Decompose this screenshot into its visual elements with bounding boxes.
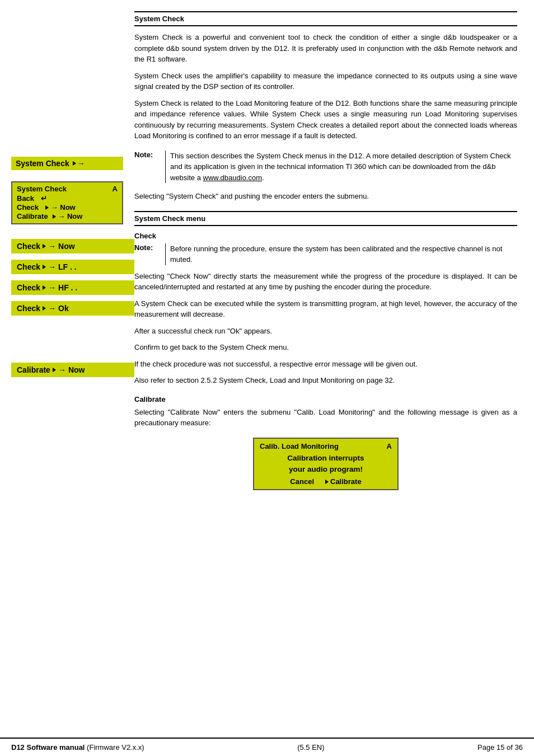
arrow-right-icon xyxy=(73,161,76,166)
check-box-lf-arrow: → xyxy=(48,262,56,271)
check-arrow: → Now xyxy=(45,203,76,212)
section1-p3: System Check is related to the Load Moni… xyxy=(134,98,517,142)
check-box-lf-value: LF . . xyxy=(58,262,77,271)
calib-calibrate-action: Calibrate xyxy=(325,477,362,486)
nav-arrows: → xyxy=(73,159,85,168)
check-note-label: Note: xyxy=(134,243,165,265)
check-p1: Selecting "Check Now" directly starts th… xyxy=(134,271,517,293)
check-box-now-label: Check xyxy=(17,242,40,251)
selecting-p: Selecting "System Check" and pushing the… xyxy=(134,191,517,202)
check-box-ok-icon xyxy=(43,306,46,311)
note-label: Note: xyxy=(134,151,165,184)
check-p3: After a successful check run "Ok" appear… xyxy=(134,326,517,337)
check-note-content: Before running the procedure, ensure the… xyxy=(165,243,517,265)
page: System Check → System Check A Back ↵ xyxy=(0,0,534,756)
system-check-nav-text: System Check xyxy=(16,159,69,168)
calib-load-body: Calibration interrupts your audio progra… xyxy=(260,453,392,476)
check-box-now-value: Now xyxy=(58,242,75,251)
footer-center: (5.5 EN) xyxy=(297,743,324,752)
back-icon: ↵ xyxy=(41,194,47,203)
calib-load-header: Calib. Load Monitoring A xyxy=(260,442,392,450)
footer-normal: (Firmware V2.x.x) xyxy=(85,743,144,752)
back-label: Back xyxy=(17,194,34,203)
footer-bold: D12 Software manual xyxy=(11,743,85,752)
check-box-hf-arrow: → xyxy=(48,283,56,292)
display-header-right: A xyxy=(113,185,118,193)
calibrate-now-box: Calibrate → Now xyxy=(11,363,134,377)
section1-p1: System Check is a powerful and convenien… xyxy=(134,32,517,65)
content-area: System Check → System Check A Back ↵ xyxy=(0,0,534,738)
calib-calibrate-label: Calibrate xyxy=(330,477,362,486)
calibrate-now-icon xyxy=(53,368,56,372)
selecting-text: Selecting "System Check" and pushing the… xyxy=(134,191,517,202)
check-box-now-arrow: → xyxy=(48,242,56,251)
check-box-hf-value: HF . . xyxy=(58,283,77,292)
check-section-content: Selecting "Check Now" directly starts th… xyxy=(134,271,517,386)
note-box: Note: This section describes the System … xyxy=(134,151,517,184)
check-p6: Also refer to section 2.5.2 System Check… xyxy=(134,375,517,386)
check-note-box: Note: Before running the procedure, ensu… xyxy=(134,243,517,265)
calibrate-arrow-display: → Now xyxy=(53,212,83,220)
calibrate-subsection: Calibrate Selecting "Calibrate Now" ente… xyxy=(134,395,517,491)
calibrate-subsection-title: Calibrate xyxy=(134,395,517,403)
calibrate-p1: Selecting "Calibrate Now" enters the sub… xyxy=(134,407,517,429)
footer: D12 Software manual (Firmware V2.x.x) (5… xyxy=(0,738,534,756)
system-check-nav-label: System Check → xyxy=(11,157,123,170)
display-header-text: System Check xyxy=(17,185,67,193)
check-box-hf-label: Check xyxy=(17,283,40,292)
section2-title: System Check menu xyxy=(134,211,517,226)
check-box-ok: Check → Ok xyxy=(11,301,134,316)
check-box-ok-label: Check xyxy=(17,304,40,313)
check-subsection: Check Note: Before running the procedure… xyxy=(134,232,517,386)
calibrate-now-label: Calibrate xyxy=(17,365,50,374)
display-check-row: Check → Now xyxy=(17,203,118,212)
note-content: This section describes the System Check … xyxy=(165,151,517,184)
check-p4: Confirm to get back to the System Check … xyxy=(134,342,517,353)
calibrate-nav-section: Calibrate → Now xyxy=(11,363,123,377)
check-box-hf-icon xyxy=(43,285,46,290)
check-box-lf: Check → LF . . xyxy=(11,260,134,274)
calib-load-box: Calib. Load Monitoring A Calibration int… xyxy=(253,438,399,491)
calibrate-now-arrow: → xyxy=(58,365,66,374)
check-box-now-icon xyxy=(43,244,46,248)
calib-calibrate-icon xyxy=(325,480,329,484)
display-box: System Check A Back ↵ Check → Now xyxy=(11,181,123,224)
calib-load-wrapper: Calib. Load Monitoring A Calibration int… xyxy=(134,438,517,491)
check-boxes-group: Check → Now Check → LF . . Check → HF . … xyxy=(11,239,123,319)
calibrate-now-text: → Now xyxy=(58,212,82,220)
check-box-now: Check → Now xyxy=(11,239,134,253)
calibrate-content: Selecting "Calibrate Now" enters the sub… xyxy=(134,407,517,429)
display-header: System Check A xyxy=(17,185,118,193)
footer-right: Page 15 of 36 xyxy=(477,743,523,752)
check-label: Check xyxy=(17,203,39,212)
check-box-ok-value: Ok xyxy=(58,304,69,313)
calib-load-footer: Cancel Calibrate xyxy=(260,477,392,486)
section1-p2: System Check uses the amplifier's capabi… xyxy=(134,71,517,92)
section1-title: System Check xyxy=(134,11,517,26)
dbaudio-link[interactable]: www.dbaudio.com xyxy=(203,173,263,182)
check-p2: A System Check can be executed while the… xyxy=(134,298,517,320)
check-box-lf-icon xyxy=(43,265,46,269)
calib-body-line2: your audio program! xyxy=(260,464,392,475)
left-panel: System Check → System Check A Back ↵ xyxy=(0,11,129,738)
calibrate-label-display: Calibrate xyxy=(17,212,48,220)
check-subsection-title: Check xyxy=(134,232,517,240)
calib-cancel-label: Cancel xyxy=(290,477,314,486)
display-calibrate-row: Calibrate → Now xyxy=(17,212,118,220)
calib-body-line1: Calibration interrupts xyxy=(260,453,392,464)
back-arrow: ↵ xyxy=(41,194,47,203)
check-now-text: → Now xyxy=(51,203,76,212)
section1-content: System Check is a powerful and convenien… xyxy=(134,32,517,142)
calib-load-title: Calib. Load Monitoring xyxy=(260,442,339,450)
system-check-nav-section: System Check → xyxy=(11,157,123,171)
check-box-lf-label: Check xyxy=(17,262,40,271)
check-box-ok-arrow: → xyxy=(48,304,56,313)
calibrate-right-icon xyxy=(53,214,56,219)
calib-load-header-right: A xyxy=(387,442,392,450)
right-panel: System Check System Check is a powerful … xyxy=(129,11,534,738)
check-p5: If the check procedure was not successfu… xyxy=(134,359,517,370)
footer-left: D12 Software manual (Firmware V2.x.x) xyxy=(11,743,144,752)
check-right-icon xyxy=(45,205,49,210)
check-box-hf: Check → HF . . xyxy=(11,280,134,295)
display-back-row: Back ↵ xyxy=(17,194,118,203)
